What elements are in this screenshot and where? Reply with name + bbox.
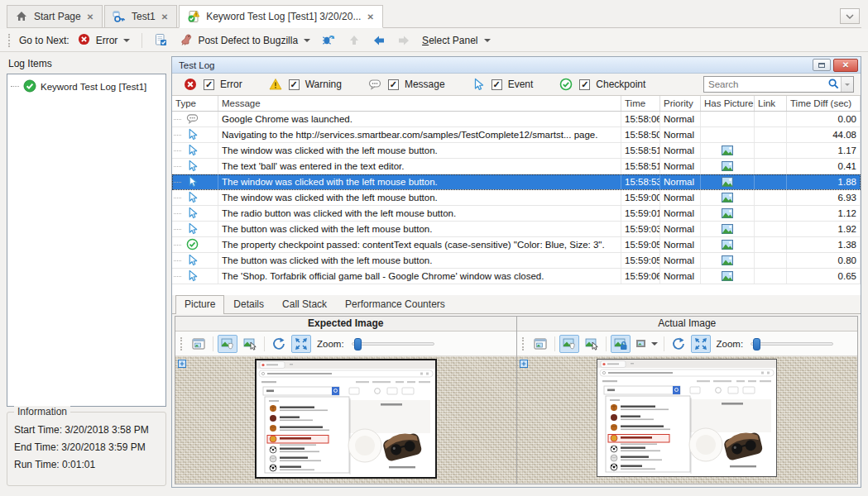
- log-item-keyword-test-log[interactable]: Keyword Test Log [Test1]: [11, 79, 162, 93]
- row-type-icon: [186, 269, 200, 284]
- go-to-next-error-button[interactable]: Error: [74, 31, 134, 49]
- zoom-slider-thumb[interactable]: [354, 338, 362, 351]
- column-header-link[interactable]: Link: [755, 96, 787, 111]
- table-row[interactable]: Google Chrome was launched. 15:58:06 Nor…: [172, 112, 861, 127]
- checkpoint-checkbox[interactable]: ✓: [579, 79, 590, 90]
- view-image-in-window-button[interactable]: [189, 335, 209, 353]
- select-panel-ordering-button[interactable]: [151, 31, 171, 49]
- tab-test1[interactable]: Test1 ✕: [104, 5, 177, 27]
- row-priority: Normal: [660, 269, 701, 284]
- row-priority: Normal: [660, 174, 701, 189]
- restore-panel-button[interactable]: [813, 59, 831, 71]
- column-header-has-picture[interactable]: Has Picture: [701, 96, 755, 111]
- zoom-slider-thumb[interactable]: [753, 338, 760, 351]
- toolbar-grip[interactable]: [8, 34, 11, 47]
- jump-to-defect-button[interactable]: [319, 31, 339, 49]
- close-icon[interactable]: ✕: [366, 12, 374, 21]
- column-header-type[interactable]: Type: [172, 96, 218, 111]
- event-checkbox[interactable]: ✓: [492, 79, 502, 90]
- post-defect-to-bugzilla-button[interactable]: Post Defect to Bugzilla: [176, 31, 314, 49]
- row-type-cell: [172, 143, 218, 158]
- arrow-up-icon: [348, 34, 361, 47]
- toolbar-separator: [141, 33, 142, 48]
- row-has-picture: [701, 206, 755, 221]
- row-type-icon: [186, 238, 200, 252]
- expected-image-viewport[interactable]: [175, 356, 516, 484]
- up-one-level-button[interactable]: [344, 32, 364, 49]
- close-panel-button[interactable]: ✕: [833, 59, 858, 72]
- row-time-diff: 0.00: [787, 112, 861, 126]
- row-time-diff: 6.93: [787, 190, 861, 205]
- row-time: 15:58:53: [621, 174, 660, 189]
- column-header-message[interactable]: Message: [218, 96, 621, 111]
- arrow-right-icon: [397, 34, 410, 47]
- navigate-forward-button[interactable]: [394, 32, 414, 49]
- toolbar-grip[interactable]: [180, 337, 183, 351]
- tree-branch: [174, 260, 181, 261]
- row-type-icon: [186, 160, 200, 174]
- tab-details[interactable]: Details: [224, 295, 273, 313]
- warning-checkbox[interactable]: ✓: [289, 79, 300, 90]
- table-row[interactable]: The window was clicked with the left mou…: [172, 190, 861, 206]
- table-row[interactable]: The property checkpoint passed: contentT…: [172, 237, 861, 253]
- table-row[interactable]: The button was clicked with the left mou…: [172, 253, 861, 269]
- bug-arrow-icon: [322, 33, 336, 47]
- navigate-back-button[interactable]: [369, 32, 389, 49]
- tab-call-stack[interactable]: Call Stack: [273, 295, 336, 313]
- table-row[interactable]: The text 'ball' was entered in the text …: [172, 159, 861, 174]
- test-log-titlebar: Test Log ✕: [172, 57, 861, 74]
- error-checkbox[interactable]: ✓: [204, 79, 214, 90]
- column-header-priority[interactable]: Priority: [660, 96, 701, 111]
- table-row[interactable]: The button was clicked with the left mou…: [172, 222, 861, 237]
- message-icon: [368, 78, 382, 92]
- select-panel-button[interactable]: Select Panel: [419, 33, 493, 48]
- tab-keyword-test-log[interactable]: Keyword Test Log [Test1] 3/20/20... ✕: [179, 5, 383, 28]
- row-message: The button was clicked with the left mou…: [218, 253, 621, 268]
- table-row[interactable]: The 'Shop. Torfabrik official game ball …: [172, 269, 861, 284]
- table-row[interactable]: Navigating to the http://services.smartb…: [172, 127, 861, 143]
- tab-performance-counters[interactable]: Performance Counters: [336, 295, 454, 313]
- start-time: Start Time: 3/20/2018 3:58 PM: [14, 424, 159, 436]
- tab-picture[interactable]: Picture: [175, 295, 224, 314]
- log-table-body: Google Chrome was launched. 15:58:06 Nor…: [172, 112, 861, 284]
- pan-mode-button[interactable]: [559, 335, 579, 353]
- search-input[interactable]: [704, 79, 827, 89]
- run-time: Run Time: 0:01:01: [14, 459, 159, 470]
- close-icon[interactable]: ✕: [161, 12, 169, 21]
- zoom-slider[interactable]: [352, 342, 434, 346]
- webpage-thumbnail: [597, 360, 776, 474]
- zoom-slider[interactable]: [751, 342, 833, 346]
- row-has-picture: [701, 269, 755, 284]
- lock-panes-button[interactable]: [611, 335, 631, 353]
- tree-branch: [174, 135, 181, 136]
- information-title: Information: [14, 406, 70, 417]
- row-time-diff: 1.38: [787, 237, 861, 252]
- search-icon[interactable]: [827, 78, 841, 92]
- select-mode-button[interactable]: [582, 335, 602, 353]
- row-link: [755, 237, 787, 252]
- column-header-time[interactable]: Time: [621, 96, 660, 111]
- row-has-picture: [701, 253, 755, 268]
- message-checkbox[interactable]: ✓: [388, 79, 399, 90]
- table-row[interactable]: The window was clicked with the left mou…: [172, 174, 861, 190]
- pan-mode-button[interactable]: [218, 335, 237, 353]
- table-row[interactable]: The radio button was clicked with the le…: [172, 206, 861, 222]
- toolbar-grip[interactable]: [522, 337, 525, 351]
- toolbar-separator: [213, 336, 213, 351]
- reset-zoom-button[interactable]: [269, 335, 289, 353]
- fit-to-window-button[interactable]: [691, 335, 711, 353]
- compare-images-button[interactable]: [633, 335, 659, 353]
- row-priority: Normal: [660, 206, 701, 221]
- row-message: Google Chrome was launched.: [218, 112, 621, 126]
- close-icon[interactable]: ✕: [86, 12, 94, 21]
- search-options-dropdown[interactable]: [841, 77, 853, 92]
- fit-to-window-button[interactable]: [291, 335, 311, 353]
- tab-overflow-button[interactable]: [840, 8, 860, 24]
- column-header-time-diff[interactable]: Time Diff (sec): [787, 96, 861, 111]
- table-row[interactable]: The window was clicked with the left mou…: [172, 143, 861, 159]
- select-mode-button[interactable]: [240, 335, 260, 353]
- actual-image-viewport[interactable]: [517, 356, 858, 484]
- reset-zoom-button[interactable]: [669, 335, 688, 353]
- view-image-in-window-button[interactable]: [530, 335, 550, 353]
- tab-start-page[interactable]: Start Page ✕: [7, 5, 103, 27]
